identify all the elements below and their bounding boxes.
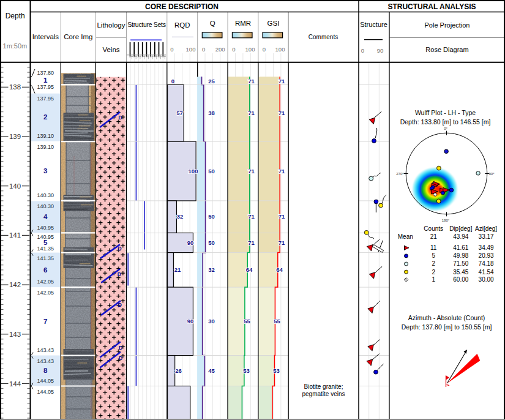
svg-text:D: D xyxy=(118,302,122,308)
svg-text:21: 21 xyxy=(430,233,438,240)
svg-text:142.05: 142.05 xyxy=(37,290,54,296)
svg-text:90°: 90° xyxy=(488,172,495,176)
svg-text:D: D xyxy=(118,271,121,277)
svg-text:71: 71 xyxy=(248,168,255,174)
svg-text:Intervals: Intervals xyxy=(32,33,59,40)
svg-text:50: 50 xyxy=(208,213,215,220)
svg-text:100: 100 xyxy=(189,168,198,174)
svg-text:140: 140 xyxy=(9,182,21,190)
svg-text:0: 0 xyxy=(263,46,266,53)
svg-text:5: 5 xyxy=(43,239,48,246)
svg-text:0: 0 xyxy=(361,47,364,54)
svg-text:Pole Projection: Pole Projection xyxy=(425,21,470,29)
svg-text:71: 71 xyxy=(248,78,255,84)
svg-text:141.35: 141.35 xyxy=(37,246,54,252)
svg-text:137.95: 137.95 xyxy=(37,96,54,102)
svg-text:45: 45 xyxy=(208,367,215,374)
svg-text:71.50: 71.50 xyxy=(453,260,468,267)
svg-text:30: 30 xyxy=(208,318,215,324)
svg-text:71: 71 xyxy=(279,168,285,174)
svg-text:140.30: 140.30 xyxy=(37,192,54,198)
svg-text:Rose Diagram: Rose Diagram xyxy=(425,46,468,53)
svg-text:200: 200 xyxy=(215,46,225,53)
svg-text:Counts: Counts xyxy=(424,225,443,232)
svg-text:138: 138 xyxy=(9,83,21,91)
svg-text:100: 100 xyxy=(245,46,255,53)
svg-text:pegmatite veins: pegmatite veins xyxy=(302,391,345,397)
svg-text:144: 144 xyxy=(9,380,21,388)
svg-text:5: 5 xyxy=(432,252,435,259)
svg-text:STRUCTURAL ANALYSIS: STRUCTURAL ANALYSIS xyxy=(387,2,476,11)
svg-text:100: 100 xyxy=(275,46,285,53)
svg-text:3: 3 xyxy=(43,167,47,174)
svg-text:139.10: 139.10 xyxy=(37,133,54,139)
svg-text:139: 139 xyxy=(9,133,21,140)
svg-text:30.00: 30.00 xyxy=(479,276,494,283)
svg-text:2: 2 xyxy=(432,260,435,267)
svg-text:Azi[deg]: Azi[deg] xyxy=(475,225,497,232)
svg-text:141: 141 xyxy=(9,231,21,239)
svg-text:71: 71 xyxy=(279,110,285,116)
svg-text:53: 53 xyxy=(243,367,250,374)
svg-text:21: 21 xyxy=(174,266,181,273)
svg-text:60.00: 60.00 xyxy=(453,276,468,283)
svg-text:74.18: 74.18 xyxy=(479,260,494,267)
svg-text:11: 11 xyxy=(430,244,437,251)
svg-text:71: 71 xyxy=(248,110,255,116)
svg-text:0: 0 xyxy=(171,78,174,84)
svg-text:Comments: Comments xyxy=(309,34,338,40)
svg-text:Azimuth - Absolute (Count): Azimuth - Absolute (Count) xyxy=(408,314,485,321)
svg-text:D: D xyxy=(119,345,122,351)
svg-text:180°: 180° xyxy=(442,219,450,222)
svg-text:270°: 270° xyxy=(396,172,404,176)
svg-text:4: 4 xyxy=(43,213,48,220)
svg-text:35.45: 35.45 xyxy=(453,269,468,276)
svg-text:100: 100 xyxy=(186,46,196,53)
svg-text:RMR: RMR xyxy=(235,20,251,27)
svg-text:6: 6 xyxy=(43,266,47,274)
svg-text:41.54: 41.54 xyxy=(479,269,494,276)
svg-text:64: 64 xyxy=(276,266,283,273)
svg-text:55: 55 xyxy=(274,318,280,324)
svg-text:26: 26 xyxy=(175,367,182,374)
svg-text:Depth: 137.80 [m] to 150.55 [m: Depth: 137.80 [m] to 150.55 [m] xyxy=(402,323,492,331)
svg-text:Depth: 133.80 [m] to 146.55 [m: Depth: 133.80 [m] to 146.55 [m] xyxy=(400,118,491,126)
svg-text:71: 71 xyxy=(279,239,285,246)
svg-text:71: 71 xyxy=(279,213,285,220)
svg-text:2: 2 xyxy=(43,113,47,121)
svg-text:8: 8 xyxy=(43,367,48,374)
svg-text:Dip[deg]: Dip[deg] xyxy=(449,225,472,232)
svg-text:144.05: 144.05 xyxy=(37,378,54,384)
svg-text:Mean: Mean xyxy=(398,233,413,240)
svg-text:143.43: 143.43 xyxy=(37,358,54,364)
svg-text:137.95: 137.95 xyxy=(37,84,54,90)
svg-text:Structure Sets: Structure Sets xyxy=(127,21,165,28)
svg-text:137.80: 137.80 xyxy=(37,70,54,76)
svg-text:64: 64 xyxy=(246,266,253,273)
svg-text:33.17: 33.17 xyxy=(479,233,494,240)
svg-text:Veins: Veins xyxy=(102,46,119,53)
svg-text:143.43: 143.43 xyxy=(37,347,54,353)
svg-text:41.61: 41.61 xyxy=(453,244,468,251)
svg-text:1: 1 xyxy=(432,276,435,283)
svg-text:0: 0 xyxy=(202,46,205,53)
svg-text:D: D xyxy=(118,246,121,252)
svg-text:142.05: 142.05 xyxy=(37,279,54,285)
svg-text:71: 71 xyxy=(279,78,285,84)
svg-text:144.05: 144.05 xyxy=(37,389,54,395)
svg-text:Biotite granite;: Biotite granite; xyxy=(304,383,343,390)
svg-text:7: 7 xyxy=(43,318,47,325)
svg-text:38: 38 xyxy=(208,110,215,116)
svg-text:143: 143 xyxy=(9,331,21,338)
svg-text:Wulff Plot - LH - Type: Wulff Plot - LH - Type xyxy=(415,109,476,116)
svg-text:90: 90 xyxy=(377,47,384,54)
svg-text:0: 0 xyxy=(170,46,173,53)
svg-text:43.94: 43.94 xyxy=(453,233,468,240)
svg-text:CORE DESCRIPTION: CORE DESCRIPTION xyxy=(145,2,219,11)
svg-text:50: 50 xyxy=(208,239,215,246)
svg-text:142: 142 xyxy=(9,281,21,288)
svg-text:71: 71 xyxy=(248,213,255,220)
svg-text:Lithology: Lithology xyxy=(97,21,125,29)
svg-text:Q: Q xyxy=(210,20,215,27)
svg-text:D: D xyxy=(119,355,122,361)
